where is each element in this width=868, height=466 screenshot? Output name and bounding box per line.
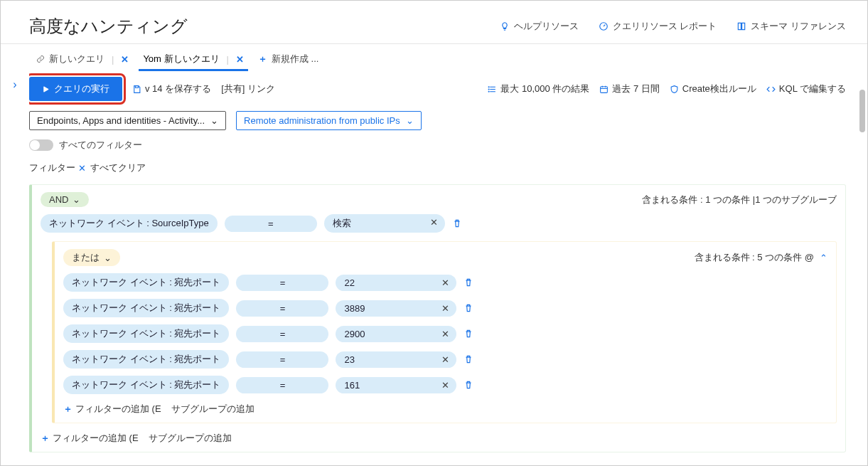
subgroup-summary: 含まれる条件 : 5 つの条件 @ (695, 251, 815, 264)
close-icon[interactable]: ✕ (121, 54, 129, 65)
delete-icon[interactable] (452, 218, 462, 228)
template-label: Remote administration from public IPs (244, 115, 400, 126)
svg-point-8 (488, 91, 489, 92)
operator-pill[interactable]: = (236, 275, 328, 291)
condition-row: ネットワーク イベント : SourceIpType = 検索✕ (41, 214, 837, 233)
tab-yom-new-query[interactable]: Yom 新しいクエリ | ✕ (136, 48, 251, 70)
all-filters-toggle[interactable] (29, 139, 53, 151)
and-operator-pill[interactable]: AND ⌄ (41, 192, 89, 207)
condition-row: ネットワーク イベント : 宛先ポート=2900✕ (63, 324, 827, 343)
help-label: ヘルプリソース (514, 20, 579, 33)
tab-label: 新しいクエリ (49, 53, 105, 65)
clear-value-icon[interactable]: ✕ (441, 354, 449, 365)
max-results-label: 最大 10,000 件の結果 (500, 83, 589, 95)
lightbulb-icon (500, 21, 510, 31)
field-pill[interactable]: ネットワーク イベント : 宛先ポート (63, 273, 229, 292)
clear-value-icon[interactable]: ✕ (441, 277, 449, 288)
close-icon[interactable]: ✕ (78, 163, 86, 174)
value-pill[interactable]: 3889✕ (336, 300, 456, 317)
delete-icon[interactable] (464, 303, 473, 313)
clear-value-icon[interactable]: ✕ (430, 217, 438, 228)
plus-icon: ＋ (258, 53, 267, 65)
operator-pill[interactable]: = (236, 351, 328, 368)
clear-value-icon[interactable]: ✕ (441, 380, 449, 391)
operator-pill[interactable]: = (236, 326, 328, 342)
help-resources-link[interactable]: ヘルプリソース (500, 20, 579, 33)
chevron-down-icon: ⌄ (406, 115, 414, 126)
plus-icon: ＋ (41, 432, 50, 445)
svg-rect-9 (601, 86, 608, 92)
filters-label: フィルター (29, 161, 75, 174)
edit-in-kql-button[interactable]: KQL で編集する (766, 83, 846, 95)
chevron-down-icon: ⌄ (73, 194, 80, 205)
scrollbar-thumb[interactable] (859, 90, 865, 132)
kql-label: KQL で編集する (779, 83, 846, 95)
collapse-icon[interactable]: ⌃ (820, 253, 827, 263)
delete-icon[interactable] (464, 329, 473, 339)
share-link-button[interactable]: [共有] リンク (221, 83, 275, 95)
clear-value-icon[interactable]: ✕ (441, 303, 449, 314)
list-icon (488, 85, 497, 94)
field-pill[interactable]: ネットワーク イベント : 宛先ポート (63, 324, 229, 343)
add-subgroup-button[interactable]: サブグループの追加 (171, 403, 254, 415)
code-icon (766, 85, 776, 94)
all-filters-toggle-row: すべてのフィルター (29, 139, 846, 152)
run-label: クエリの実行 (54, 83, 109, 95)
svg-point-7 (488, 88, 489, 89)
delete-icon[interactable] (464, 277, 473, 287)
toolbar: クエリの実行 v 14 を保存する [共有] リンク 最大 10,000 件の結… (29, 77, 846, 101)
share-label: [共有] リンク (221, 83, 275, 95)
tab-new[interactable]: ＋ 新規作成 ... (251, 48, 326, 70)
field-pill[interactable]: ネットワーク イベント : 宛先ポート (63, 350, 229, 369)
save-icon (132, 85, 141, 94)
clear-value-icon[interactable]: ✕ (441, 329, 449, 339)
svg-marker-1 (44, 86, 48, 91)
create-rule-label: Create検出ルール (682, 83, 756, 95)
max-results-dropdown[interactable]: 最大 10,000 件の結果 (488, 83, 589, 95)
save-button[interactable]: v 14 を保存する (132, 83, 211, 95)
value-pill[interactable]: 2900✕ (336, 326, 456, 342)
filter-group-and: AND ⌄ 含まれる条件 : 1 つの条件 |1 つのサブグルーブ ネットワーク… (29, 184, 846, 452)
value-pill[interactable]: 検索✕ (324, 214, 445, 233)
field-pill[interactable]: ネットワーク イベント : 宛先ポート (63, 299, 229, 317)
scrollbar[interactable] (859, 90, 865, 460)
filter-subgroup-or: または ⌄ 含まれる条件 : 5 つの条件 @ ⌃ ネットワーク イベント : … (52, 241, 837, 423)
tab-new-query-1[interactable]: 新しいクエリ | ✕ (29, 48, 136, 70)
add-subgroup-button[interactable]: サブグループの追加 (149, 432, 232, 445)
timerange-dropdown[interactable]: 過去 7 日間 (599, 83, 659, 95)
scope-dropdown[interactable]: Endpoints, Apps and identities - Activit… (29, 111, 226, 130)
clear-all-button[interactable]: すべてクリア (90, 161, 146, 174)
schema-label: スキーマ リファレンス (751, 20, 846, 33)
svg-rect-2 (135, 85, 138, 88)
schema-reference-link[interactable]: スキーマ リファレンス (736, 20, 846, 33)
add-filter-button[interactable]: ＋フィルターの追加 (E (41, 432, 139, 445)
field-pill[interactable]: ネットワーク イベント : SourceIpType (41, 214, 218, 233)
and-label: AND (49, 194, 68, 205)
close-icon[interactable]: ✕ (236, 54, 244, 65)
value-pill[interactable]: 23✕ (336, 351, 456, 368)
panel-expand-toggle[interactable]: › (1, 70, 29, 466)
chevron-down-icon: ⌄ (104, 253, 112, 263)
operator-pill[interactable]: = (236, 300, 328, 317)
value-pill[interactable]: 161✕ (336, 377, 456, 393)
scope-label: Endpoints, Apps and identities - Activit… (37, 115, 205, 126)
run-query-button[interactable]: クエリの実行 (29, 77, 122, 101)
page-header: 高度なハンティング ヘルプリソース クエリリソース レポート スキーマ リファレ… (1, 6, 867, 44)
or-operator-pill[interactable]: または ⌄ (63, 249, 120, 266)
gauge-icon (599, 21, 609, 31)
operator-pill[interactable]: = (225, 216, 317, 232)
template-dropdown[interactable]: Remote administration from public IPs ⌄ (236, 111, 422, 130)
create-detection-rule-button[interactable]: Create検出ルール (670, 83, 756, 95)
field-pill[interactable]: ネットワーク イベント : 宛先ポート (63, 376, 229, 394)
chevron-down-icon: ⌄ (210, 115, 218, 126)
toggle-label: すべてのフィルター (59, 139, 142, 152)
operator-pill[interactable]: = (236, 377, 328, 393)
value-pill[interactable]: 22✕ (336, 275, 456, 291)
group-summary: 含まれる条件 : 1 つの条件 |1 つのサブグルーブ (642, 194, 837, 206)
add-filter-button[interactable]: ＋フィルターの追加 (E (63, 403, 161, 415)
delete-icon[interactable] (464, 380, 473, 390)
delete-icon[interactable] (464, 354, 473, 364)
query-resource-report-link[interactable]: クエリリソース レポート (599, 20, 717, 33)
page-title: 高度なハンティング (29, 15, 188, 38)
book-icon (736, 21, 746, 31)
